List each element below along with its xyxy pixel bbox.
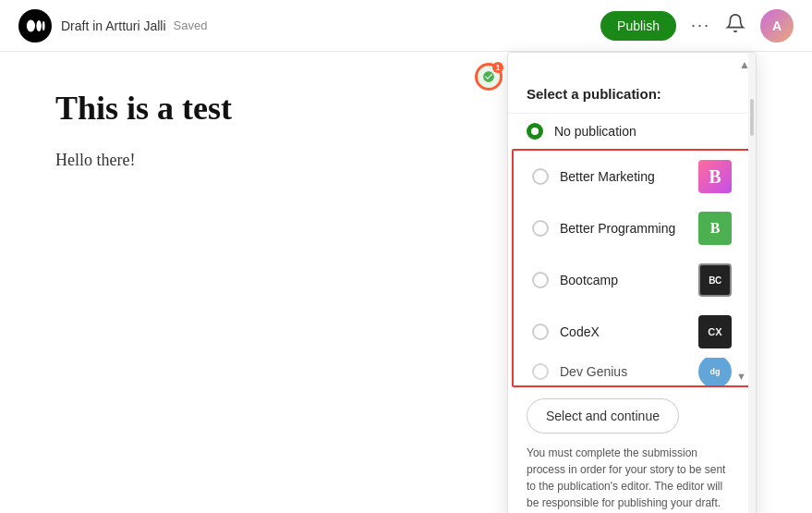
panel-bottom: Select and continue You must complete th…: [508, 387, 756, 513]
select-continue-button[interactable]: Select and continue: [527, 398, 679, 434]
radio-no-publication[interactable]: [527, 123, 543, 140]
publication-dropdown: ▲ Select a publication: No publication B…: [507, 52, 757, 513]
draft-label: Draft in Artturi Jalli: [61, 18, 166, 33]
notifications-button[interactable]: [725, 13, 745, 38]
avatar[interactable]: A: [760, 9, 794, 43]
panel-header: Select a publication:: [508, 71, 756, 114]
radio-dev-genius[interactable]: [532, 363, 549, 380]
scroll-down-indicator: ▼: [736, 371, 746, 382]
svg-point-0: [27, 19, 35, 31]
list-item[interactable]: Dev Genius dg: [514, 358, 750, 385]
pub-logo-codex: CX: [698, 315, 732, 348]
radio-better-marketing[interactable]: [532, 168, 549, 185]
scrollbar-thumb: [750, 99, 754, 136]
publication-list: Better Marketing B Better Programming B …: [512, 149, 752, 387]
list-item[interactable]: Better Marketing B: [514, 151, 750, 202]
pub-name-bootcamp: Bootcamp: [560, 273, 687, 287]
list-item[interactable]: Bootcamp BC: [514, 254, 750, 306]
panel-scrollbar[interactable]: [748, 53, 756, 513]
radio-codex[interactable]: [532, 324, 549, 340]
draft-info: Draft in Artturi Jalli Saved: [61, 18, 207, 33]
topbar-right: Publish ··· A: [600, 9, 794, 43]
pub-name-dev-genius: Dev Genius: [560, 364, 687, 379]
grammarly-badge[interactable]: 1: [475, 63, 503, 91]
pub-name-better-marketing: Better Marketing: [560, 169, 687, 184]
pub-name-codex: CodeX: [560, 324, 687, 339]
medium-logo: Draft in Artturi Jalli Saved: [18, 9, 207, 43]
no-publication-label: No publication: [554, 124, 737, 139]
pub-logo-better-programming: B: [698, 212, 732, 245]
topbar: Draft in Artturi Jalli Saved Publish ···…: [0, 0, 812, 52]
no-publication-item[interactable]: No publication: [508, 114, 756, 149]
medium-icon: [18, 9, 52, 43]
svg-point-2: [42, 20, 45, 30]
pub-logo-bootcamp: BC: [698, 263, 732, 297]
more-options-button[interactable]: ···: [691, 16, 710, 35]
pub-name-better-programming: Better Programming: [560, 221, 687, 236]
grammarly-dot: 1: [492, 62, 503, 73]
pub-logo-dev-genius: dg: [698, 358, 732, 385]
panel-note: You must complete the submission process…: [527, 445, 737, 511]
svg-point-1: [36, 20, 42, 31]
list-item[interactable]: CodeX CX: [514, 306, 750, 358]
grammarly-inner: 1: [478, 66, 500, 88]
publish-button[interactable]: Publish: [600, 11, 676, 41]
radio-bootcamp[interactable]: [532, 272, 549, 288]
pub-logo-better-marketing: B: [698, 160, 732, 193]
radio-better-programming[interactable]: [532, 220, 549, 237]
saved-badge: Saved: [174, 18, 208, 32]
list-item[interactable]: Better Programming B: [514, 202, 750, 254]
